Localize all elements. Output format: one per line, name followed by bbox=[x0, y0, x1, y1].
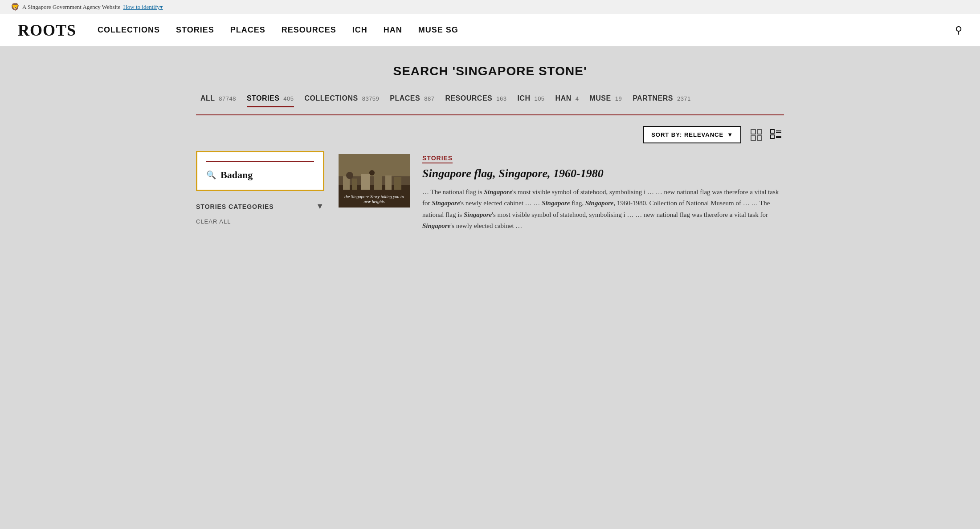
svg-rect-0 bbox=[751, 130, 755, 134]
svg-rect-4 bbox=[771, 130, 774, 133]
nav-han[interactable]: HAN bbox=[384, 25, 402, 35]
site-logo[interactable]: ROOTS bbox=[18, 21, 76, 40]
tab-collections[interactable]: COLLECTIONS 83759 bbox=[305, 94, 380, 107]
search-icon-sidebar: 🔍 bbox=[206, 170, 216, 180]
results-area: SORT BY: RELEVANCE ▼ bbox=[339, 126, 784, 232]
content-area: SEARCH 'SINGAPORE STONE' ALL 87748 STORI… bbox=[178, 46, 802, 250]
clear-all-button[interactable]: CLEAR ALL bbox=[196, 218, 324, 225]
tab-resources[interactable]: RESOURCES 163 bbox=[445, 94, 506, 107]
chevron-down-icon: ▼ bbox=[316, 202, 324, 211]
svg-rect-17 bbox=[385, 175, 392, 190]
list-view-icon[interactable] bbox=[768, 127, 784, 143]
search-heading: SEARCH 'SINGAPORE STONE' bbox=[196, 64, 784, 78]
result-content: STORIES Singapore flag, Singapore, 1960-… bbox=[422, 154, 784, 232]
result-excerpt: … The national flag is Singapore's most … bbox=[422, 187, 784, 232]
svg-rect-2 bbox=[751, 136, 755, 140]
search-icon[interactable]: ⚲ bbox=[955, 24, 962, 36]
svg-rect-3 bbox=[757, 136, 762, 140]
lion-icon: 🦁 bbox=[11, 3, 20, 11]
search-input-row: 🔍 Badang bbox=[206, 169, 314, 181]
thumbnail-overlay-text: the Singapore Story taking you to new he… bbox=[339, 194, 410, 204]
grid-view-icon[interactable] bbox=[748, 127, 764, 143]
tab-ich[interactable]: ICH 105 bbox=[517, 94, 544, 107]
tab-partners[interactable]: PARTNERS 2371 bbox=[633, 94, 691, 107]
svg-rect-7 bbox=[771, 135, 774, 138]
nav-places[interactable]: PLACES bbox=[230, 25, 265, 35]
tab-han[interactable]: HAN 4 bbox=[555, 94, 579, 107]
gov-banner: 🦁 A Singapore Government Agency Website … bbox=[0, 0, 980, 14]
tab-muse[interactable]: MUSE 19 bbox=[589, 94, 622, 107]
svg-point-19 bbox=[346, 172, 353, 179]
svg-rect-1 bbox=[757, 130, 762, 134]
main-layout: 🔍 Badang STORIES CATEGORIES ▼ CLEAR ALL … bbox=[196, 126, 784, 232]
nav-ich[interactable]: ICH bbox=[352, 25, 368, 35]
nav-museSg[interactable]: MUSE SG bbox=[418, 25, 458, 35]
result-category[interactable]: STORIES bbox=[422, 155, 453, 163]
svg-rect-14 bbox=[352, 179, 357, 190]
gov-banner-text: A Singapore Government Agency Website bbox=[22, 4, 120, 11]
nav-stories[interactable]: STORIES bbox=[176, 25, 214, 35]
how-to-identify-link[interactable]: How to identify▾ bbox=[123, 4, 163, 11]
search-box: 🔍 Badang bbox=[196, 151, 324, 191]
result-item: the Singapore Story taking you to new he… bbox=[339, 154, 784, 232]
nav-links: COLLECTIONS STORIES PLACES RESOURCES ICH… bbox=[98, 25, 955, 35]
svg-point-20 bbox=[369, 170, 375, 175]
main-nav: ROOTS COLLECTIONS STORIES PLACES RESOURC… bbox=[0, 14, 980, 46]
tab-all[interactable]: ALL 87748 bbox=[200, 94, 236, 107]
nav-collections[interactable]: COLLECTIONS bbox=[98, 25, 160, 35]
search-input[interactable]: Badang bbox=[220, 169, 253, 181]
result-title[interactable]: Singapore flag, Singapore, 1960-1980 bbox=[422, 166, 784, 181]
sort-dropdown[interactable]: SORT BY: RELEVANCE ▼ bbox=[643, 126, 741, 143]
section-divider bbox=[196, 114, 784, 115]
svg-rect-16 bbox=[374, 172, 382, 190]
tab-places[interactable]: PLACES 887 bbox=[390, 94, 434, 107]
tab-stories[interactable]: STORIES 405 bbox=[247, 94, 294, 107]
svg-rect-15 bbox=[361, 174, 370, 190]
svg-rect-18 bbox=[394, 177, 401, 190]
view-icons bbox=[748, 127, 784, 143]
filter-tabs: ALL 87748 STORIES 405 COLLECTIONS 83759 … bbox=[196, 94, 784, 107]
sidebar: 🔍 Badang STORIES CATEGORIES ▼ CLEAR ALL bbox=[196, 126, 339, 232]
stories-categories[interactable]: STORIES CATEGORIES ▼ bbox=[196, 202, 324, 211]
sort-bar: SORT BY: RELEVANCE ▼ bbox=[339, 126, 784, 143]
search-box-line bbox=[206, 161, 314, 162]
result-thumbnail[interactable]: the Singapore Story taking you to new he… bbox=[339, 154, 410, 208]
nav-resources[interactable]: RESOURCES bbox=[282, 25, 336, 35]
